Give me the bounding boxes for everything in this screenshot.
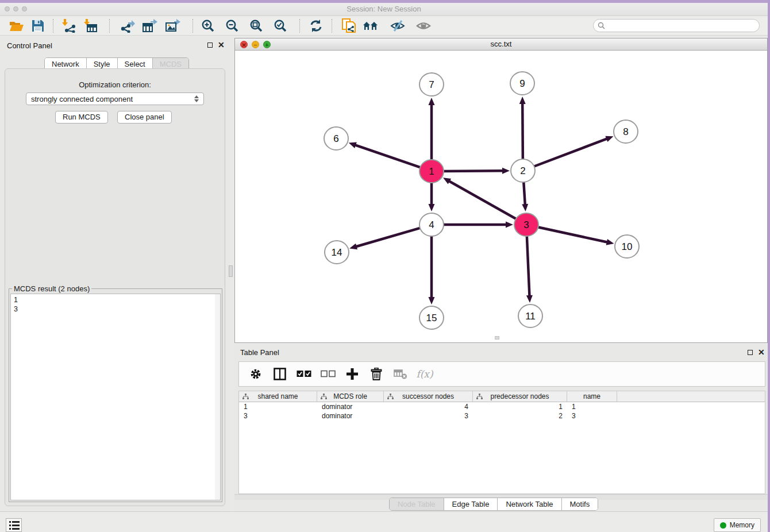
close-panel-button[interactable]: Close panel xyxy=(117,111,172,124)
save-session-icon[interactable] xyxy=(29,18,47,34)
arrowhead-2-3 xyxy=(522,204,528,211)
arrowhead-3-11 xyxy=(526,295,533,303)
mcds-result-group: MCDS result (2 nodes) 1 3 xyxy=(9,288,222,502)
float-panel-icon[interactable] xyxy=(207,43,213,48)
close-table-panel-icon[interactable]: ✕ xyxy=(758,349,765,356)
arrowhead-1-2 xyxy=(502,168,510,174)
session-title: Session: New Session xyxy=(0,3,768,16)
arrowhead-2-9 xyxy=(519,97,526,104)
zoom-in-icon[interactable] xyxy=(199,18,217,34)
maximize-window-icon[interactable] xyxy=(22,6,27,11)
zoom-fit-icon[interactable] xyxy=(248,18,265,34)
edge-1-6[interactable] xyxy=(355,145,421,168)
graph-node-label-9: 9 xyxy=(519,78,525,89)
main-toolbar xyxy=(0,16,768,36)
cell-predecessor-nodes[interactable]: 2 xyxy=(473,411,567,421)
tab-network-table[interactable]: Network Table xyxy=(498,498,561,510)
edge-1-2[interactable] xyxy=(442,171,503,171)
export-table-icon[interactable] xyxy=(141,18,159,34)
zoom-selected-icon[interactable] xyxy=(272,18,289,34)
show-all-icon[interactable] xyxy=(415,18,432,34)
tab-edge-table[interactable]: Edge Table xyxy=(444,498,498,510)
cell-mcds-role[interactable]: dominator xyxy=(317,411,384,421)
table-row[interactable]: 1 dominator 4 1 1 xyxy=(239,402,765,411)
table-row[interactable]: 3 dominator 3 2 3 xyxy=(239,411,765,421)
edge-4-14[interactable] xyxy=(356,228,421,246)
deselect-all-checkboxes-icon[interactable] xyxy=(321,367,336,381)
cell-mcds-role[interactable]: dominator xyxy=(317,402,384,411)
column-header-empty xyxy=(617,391,765,402)
close-window-icon[interactable] xyxy=(5,6,10,11)
column-header-mcds-role[interactable]: MCDS role xyxy=(317,391,384,402)
edge-2-3[interactable] xyxy=(523,182,525,205)
network-maximize-icon[interactable]: + xyxy=(263,41,271,48)
cell-name[interactable]: 1 xyxy=(567,402,617,411)
network-graph[interactable]: 7968124314101511 xyxy=(235,51,767,342)
cell-predecessor-nodes[interactable]: 1 xyxy=(473,402,567,411)
new-network-from-selection-icon[interactable] xyxy=(340,18,357,34)
memory-status-icon xyxy=(720,522,726,529)
network-title: scc.txt xyxy=(235,38,767,50)
main-window: Session: New Session xyxy=(0,3,768,532)
add-row-icon[interactable] xyxy=(345,367,360,381)
column-header-successor-nodes[interactable]: successor nodes xyxy=(384,391,473,402)
result-scrollbar[interactable] xyxy=(215,294,220,500)
column-header-name[interactable]: name xyxy=(567,391,617,402)
task-history-button[interactable] xyxy=(6,518,22,532)
import-table-icon[interactable] xyxy=(82,18,99,34)
apply-layout-icon[interactable] xyxy=(307,18,325,34)
cell-successor-nodes[interactable]: 4 xyxy=(384,402,473,411)
delete-row-icon[interactable] xyxy=(369,367,384,381)
edge-2-9[interactable] xyxy=(522,103,523,160)
delete-table-icon[interactable] xyxy=(393,367,408,381)
criterion-value: strongly connected component xyxy=(31,95,133,103)
edge-3-1[interactable] xyxy=(449,181,517,219)
column-header-shared-name[interactable]: shared name xyxy=(239,391,317,402)
canvas-resize-handle[interactable] xyxy=(495,336,499,340)
network-close-icon[interactable]: ✕ xyxy=(240,41,248,48)
network-window-titlebar[interactable]: ✕ − + scc.txt xyxy=(235,38,767,51)
search-box[interactable] xyxy=(593,19,760,32)
float-table-panel-icon[interactable] xyxy=(748,350,753,355)
table-panel: Table Panel ✕ f(x) xyxy=(234,345,768,513)
memory-button[interactable]: Memory xyxy=(714,518,761,532)
export-image-icon[interactable] xyxy=(164,18,182,34)
edge-2-8[interactable] xyxy=(533,138,607,167)
open-session-icon[interactable] xyxy=(8,18,25,34)
table-panel-title: Table Panel xyxy=(240,348,279,357)
run-mcds-button[interactable]: Run MCDS xyxy=(55,111,108,124)
tab-node-table[interactable]: Node Table xyxy=(390,498,444,510)
column-type-icon xyxy=(242,394,249,400)
zoom-out-icon[interactable] xyxy=(224,18,241,34)
search-input[interactable] xyxy=(608,22,759,30)
mcds-panel: Optimization criterion: strongly connect… xyxy=(5,68,225,506)
import-network-icon[interactable] xyxy=(60,18,78,34)
export-network-icon[interactable] xyxy=(119,18,136,34)
arrowhead-4-15 xyxy=(429,297,435,304)
mcds-result-text[interactable]: 1 3 xyxy=(10,294,221,500)
toolbar-separator xyxy=(299,19,300,33)
cell-successor-nodes[interactable]: 3 xyxy=(384,411,473,421)
network-minimize-icon[interactable]: − xyxy=(252,41,259,48)
criterion-select[interactable]: strongly connected component xyxy=(26,92,204,105)
table-header-row: shared name MCDS role successor nodes pr… xyxy=(239,391,765,402)
edge-3-10[interactable] xyxy=(537,227,608,242)
graph-node-label-1: 1 xyxy=(429,166,434,177)
network-canvas[interactable]: 7968124314101511 xyxy=(235,51,767,342)
minimize-window-icon[interactable] xyxy=(13,6,18,11)
cell-shared-name[interactable]: 3 xyxy=(239,411,317,421)
splitter-grip[interactable] xyxy=(229,265,233,277)
function-builder-icon[interactable]: f(x) xyxy=(417,367,432,381)
edge-3-11[interactable] xyxy=(527,236,530,296)
cell-shared-name[interactable]: 1 xyxy=(239,402,317,411)
tab-motifs[interactable]: Motifs xyxy=(562,498,598,510)
first-neighbors-icon[interactable] xyxy=(362,18,379,34)
column-header-predecessor-nodes[interactable]: predecessor nodes xyxy=(473,391,567,402)
network-view-window: ✕ − + scc.txt 7968124314101511 xyxy=(234,38,768,343)
select-all-checkboxes-icon[interactable] xyxy=(297,367,311,381)
cell-name[interactable]: 3 xyxy=(567,411,617,421)
show-columns-icon[interactable] xyxy=(272,367,287,381)
close-panel-icon[interactable]: ✕ xyxy=(218,41,225,48)
table-options-icon[interactable] xyxy=(248,367,263,381)
hide-selected-icon[interactable] xyxy=(389,18,406,34)
